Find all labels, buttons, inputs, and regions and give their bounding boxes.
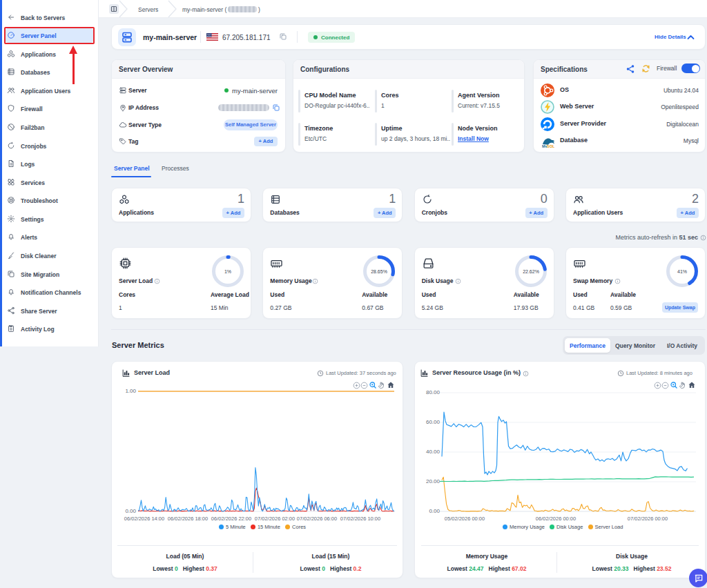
svg-text:SQL: SQL xyxy=(547,144,554,148)
svg-text:1%: 1% xyxy=(224,269,231,274)
svg-text:22.62%: 22.62% xyxy=(523,269,539,274)
svg-text:41%: 41% xyxy=(677,269,687,274)
svg-text:28.65%: 28.65% xyxy=(371,269,387,274)
